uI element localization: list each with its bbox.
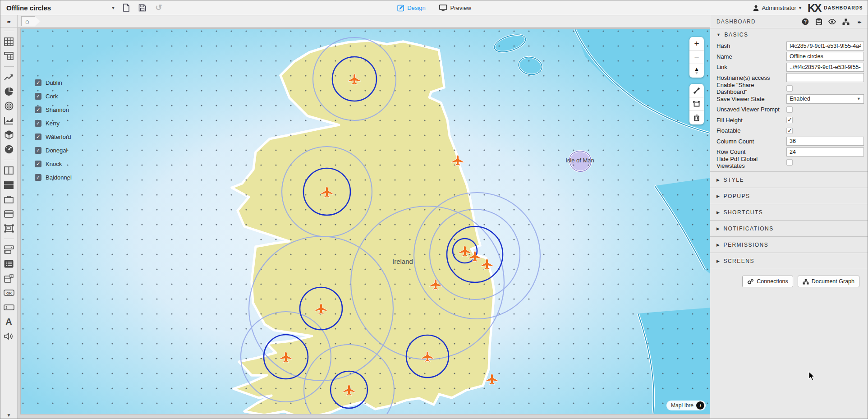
pie-chart-icon[interactable] (3, 86, 15, 97)
list-view-icon[interactable] (3, 258, 15, 269)
isle-of-man-label: Isle of Man (565, 157, 594, 164)
section-notifications[interactable]: ▶NOTIFICATIONS (710, 220, 868, 236)
measure-icon[interactable] (689, 84, 704, 97)
pencil-icon (397, 5, 404, 12)
text-input-icon[interactable] (3, 302, 15, 313)
toolbar-divider (4, 66, 14, 67)
dashboard-title: Offline circles (6, 4, 51, 12)
checkbox-checked-icon[interactable]: ✓ (35, 134, 41, 140)
text-icon[interactable]: A (3, 316, 15, 327)
top-right: Administrator ▾ KX DASHBOARDS (753, 0, 863, 15)
line-chart-icon[interactable] (3, 72, 15, 83)
checkbox-checked-icon[interactable]: ✓ (35, 161, 41, 167)
chevron-right-icon: ▶ (716, 259, 720, 263)
share-dashboard-checkbox[interactable] (786, 85, 793, 92)
ireland-label: Ireland (392, 258, 413, 265)
screen-tab-bar: ▸▸ ⌂ (0, 15, 711, 28)
document-graph-icon (803, 279, 809, 285)
media-icon[interactable] (3, 331, 15, 341)
hash-field[interactable] (786, 41, 864, 51)
trash-icon[interactable] (689, 111, 704, 124)
section-style[interactable]: ▶STYLE (710, 171, 868, 188)
save-viewer-state-select[interactable]: Enabled▼ (786, 94, 864, 104)
collapse-panel-icon[interactable]: ▸▸ (855, 18, 863, 26)
link-field[interactable] (786, 63, 864, 72)
legend-item-donegal[interactable]: ✓Donegal (35, 143, 72, 157)
combo-input-icon[interactable] (3, 244, 15, 255)
section-screens[interactable]: ▶SCREENS (710, 253, 868, 269)
data-sources-icon[interactable] (815, 18, 822, 26)
preview-mode-button[interactable]: Preview (439, 5, 471, 11)
compass-button[interactable]: ▲▼ (689, 64, 704, 78)
column-count-field[interactable] (786, 137, 864, 146)
pivot-grid-icon[interactable] (3, 51, 15, 61)
hostname-access-field[interactable] (786, 73, 864, 82)
top-bar: Offline circles ▾ ↺ Design Preview Admin… (0, 0, 868, 15)
data-grid-icon[interactable] (3, 36, 15, 47)
legend-item-baldonnel[interactable]: ✓Baldonnel (35, 170, 72, 184)
checkbox-checked-icon[interactable]: ✓ (35, 147, 41, 154)
chevron-right-icon: ▶ (716, 226, 720, 231)
split-columns-icon[interactable] (3, 165, 15, 176)
component-toolbar: OK A ▼ (0, 28, 18, 419)
map-widget[interactable]: Ireland Isle of Man ✓Dublin ✓Cork ✓Shann… (20, 28, 711, 414)
legend-item-dublin[interactable]: ✓Dublin (35, 76, 72, 89)
radar-chart-icon[interactable] (3, 101, 15, 111)
checkbox-checked-icon[interactable]: ✓ (35, 93, 41, 100)
cube-3d-icon[interactable] (3, 129, 15, 140)
name-field[interactable] (786, 52, 864, 61)
connections-button[interactable]: Connections (742, 276, 793, 287)
section-popups[interactable]: ▶POPUPS (710, 188, 868, 204)
section-basics[interactable]: ▼ BASICS (710, 28, 868, 41)
legend-item-waterford[interactable]: ✓Waterford (35, 130, 72, 143)
zoom-in-button[interactable]: + (689, 37, 704, 51)
save-button[interactable] (138, 3, 147, 12)
design-mode-button[interactable]: Design (397, 5, 425, 12)
home-icon: ⌂ (25, 18, 29, 25)
home-screen-tab[interactable]: ⌂ (21, 16, 40, 26)
map-draw-controls (689, 84, 704, 124)
toolbar-scroll-down-icon[interactable]: ▼ (7, 413, 11, 418)
hide-pdf-global-viewstates-checkbox[interactable] (786, 159, 793, 166)
info-icon[interactable]: i (696, 401, 704, 410)
legend-item-kerry[interactable]: ✓Kerry (35, 116, 72, 130)
draw-rectangle-icon[interactable] (689, 97, 704, 111)
user-caret-icon: ▾ (799, 5, 801, 10)
undo-button[interactable]: ↺ (154, 3, 163, 12)
user-menu[interactable]: Administrator ▾ (753, 5, 801, 11)
map-attribution[interactable]: MapLibre i (666, 401, 706, 410)
floatable-checkbox[interactable] (786, 128, 793, 134)
document-graph-button[interactable]: Document Graph (798, 276, 859, 287)
fill-height-checkbox[interactable] (786, 117, 793, 123)
ok-button-icon[interactable]: OK (3, 287, 15, 298)
checkbox-checked-icon[interactable]: ✓ (35, 106, 41, 113)
area-chart-icon[interactable] (3, 115, 15, 126)
design-canvas: Ireland Isle of Man ✓Dublin ✓Cork ✓Shann… (18, 28, 711, 419)
help-icon[interactable]: ? (801, 18, 809, 26)
chevron-right-icon: ▶ (716, 178, 720, 182)
unsaved-viewer-prompt-checkbox[interactable] (786, 106, 793, 113)
document-graph-icon[interactable] (842, 18, 850, 26)
dashboard-select-caret-icon[interactable]: ▾ (112, 5, 115, 11)
header-panel-icon[interactable] (3, 208, 15, 219)
legend-item-knock[interactable]: ✓Knock (35, 157, 72, 170)
gauge-icon[interactable] (3, 144, 15, 155)
zoom-out-button[interactable]: − (689, 51, 704, 64)
legend-item-cork[interactable]: ✓Cork (35, 89, 72, 103)
preview-eye-icon[interactable] (828, 18, 836, 26)
checkbox-checked-icon[interactable]: ✓ (35, 120, 41, 127)
dropdown-panel-icon[interactable] (3, 273, 15, 284)
legend-item-shannon[interactable]: ✓Shannon (35, 103, 72, 116)
expand-screens-icon[interactable]: ▸▸ (0, 15, 18, 27)
header-block-icon[interactable] (3, 180, 15, 190)
mode-switch: Design Preview (397, 0, 471, 15)
checkbox-checked-icon[interactable]: ✓ (35, 174, 41, 181)
section-shortcuts[interactable]: ▶SHORTCUTS (710, 204, 868, 220)
new-dashboard-button[interactable] (122, 3, 131, 12)
toolbar-divider (4, 160, 14, 160)
section-permissions[interactable]: ▶PERMISSIONS (710, 236, 868, 253)
tabs-icon[interactable] (3, 194, 15, 205)
checkbox-checked-icon[interactable]: ✓ (35, 79, 41, 86)
row-count-field[interactable] (786, 147, 864, 157)
canvas-selection-icon[interactable] (3, 223, 15, 234)
